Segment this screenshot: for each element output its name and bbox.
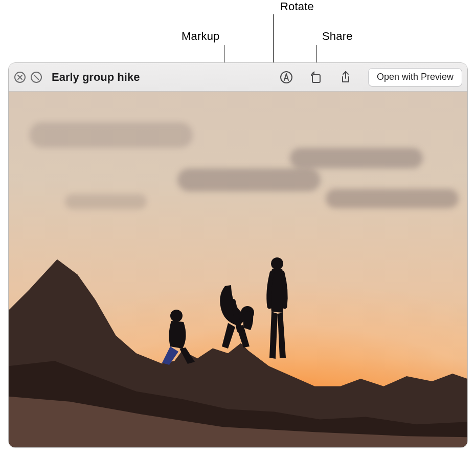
cloud	[290, 148, 423, 168]
markup-icon[interactable]	[274, 67, 299, 88]
rotate-icon[interactable]	[304, 67, 328, 88]
callout-markup: Markup	[182, 30, 220, 43]
svg-point-4	[170, 310, 183, 322]
window-title: Early group hike	[52, 71, 140, 84]
cloud	[326, 189, 459, 208]
person-sitting	[157, 307, 203, 368]
callout-share: Share	[322, 30, 353, 43]
callout-rotate: Rotate	[280, 0, 314, 13]
callout-line	[273, 14, 274, 68]
cloud	[177, 168, 321, 191]
toolbar: Early group hike Open with	[9, 63, 467, 92]
open-with-preview-button[interactable]: Open with Preview	[368, 68, 462, 86]
close-icon[interactable]	[14, 71, 26, 83]
svg-rect-3	[312, 75, 320, 82]
share-icon[interactable]	[333, 67, 358, 88]
cloud	[29, 122, 193, 148]
quicklook-window: Early group hike Open with	[8, 62, 468, 448]
fullscreen-icon[interactable]	[30, 71, 42, 83]
svg-point-6	[271, 257, 283, 270]
person-bending	[211, 281, 267, 353]
person-standing	[259, 255, 295, 363]
cloud	[65, 194, 147, 209]
photo-content	[9, 92, 467, 447]
